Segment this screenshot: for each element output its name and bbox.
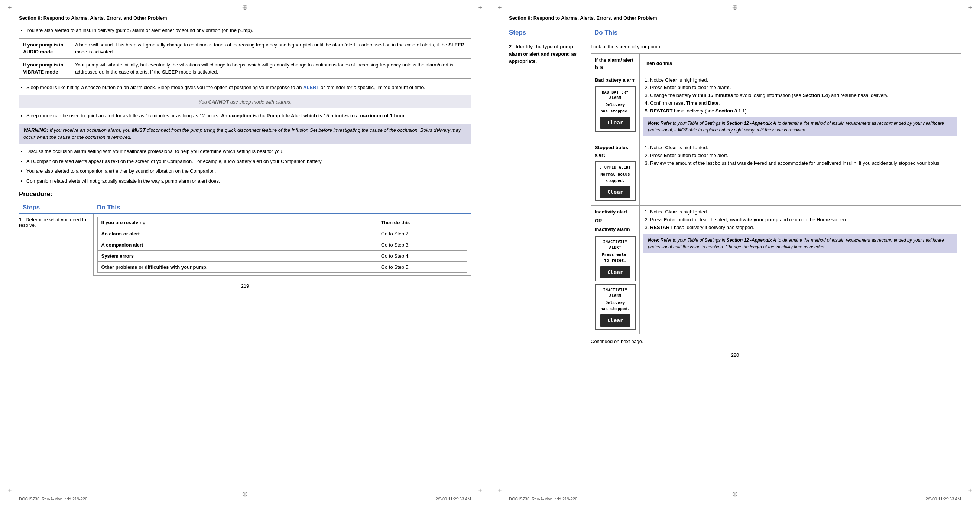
resolve-options-table: If you are resolving Then do this An ala… — [97, 217, 467, 273]
list-item: Press Enter button to clear the alert, r… — [650, 216, 957, 224]
table-row: If your pump is in AUDIO mode A beep wil… — [19, 38, 471, 58]
bad-battery-label: Bad battery alarm — [595, 76, 636, 84]
inactivity-alert-pump-screen: INACTIVITY ALERT Press enterto reset. Cl… — [595, 236, 636, 281]
cannot-note: You CANNOT use sleep mode with alarms. — [19, 95, 471, 109]
resolve-action: Go to Step 2. — [377, 228, 466, 240]
inactivity-note: Note: Refer to your Table of Settings in… — [643, 234, 957, 253]
corner-mark-tr-r: + — [968, 4, 972, 12]
corner-mark-tr: + — [478, 4, 482, 12]
inactivity-row: Inactivity alert OR Inactivity alarm INA… — [591, 206, 961, 334]
inactivity-steps-cell: Notice Clear is highlighted. Press Enter… — [640, 206, 961, 334]
alarm-header-2: Then do this — [640, 54, 961, 73]
list-item: Confirm or reset Time and Date. — [650, 100, 957, 107]
inactivity-alarm-clear-btn: Clear — [600, 314, 630, 327]
procedure-steps-table: Steps Do This 1. Determine what you need… — [19, 201, 471, 276]
list-item: Notice Clear is highlighted. — [650, 144, 957, 152]
resolve-action: Go to Step 4. — [377, 251, 466, 262]
page-number-right: 220 — [509, 352, 961, 358]
list-item: Notice Clear is highlighted. — [650, 76, 957, 84]
bad-battery-screen-container: BAD BATTERY ALARM Deliveryhas stopped. C… — [595, 87, 636, 132]
right-page: + + ⊕ Section 9: Respond to Alarms, Aler… — [490, 0, 980, 506]
right-dothis-col: Do This — [591, 27, 961, 39]
inner-header-2: Then do this — [377, 217, 466, 228]
stopped-bolus-screen-text: Normal bolusstopped. — [597, 171, 633, 184]
list-item: Change the battery within 15 minutes to … — [650, 92, 957, 100]
bad-battery-clear-btn: Clear — [600, 117, 630, 129]
sleep-mode-bullets: Sleep mode is like hitting a snooze butt… — [26, 84, 471, 92]
step-2-content: 2. Identify the type of pump alarm or al… — [509, 43, 961, 345]
stopped-bolus-pump-screen: STOPPED ALERT Normal bolusstopped. Clear — [595, 162, 636, 201]
footer-date-right: 2/9/09 11:29:53 AM — [926, 497, 961, 501]
right-steps-col: Steps — [509, 27, 591, 39]
corner-mark-bl-r: + — [498, 487, 502, 495]
bad-battery-steps-cell: Notice Clear is highlighted. Press Enter… — [640, 73, 961, 141]
step-2-label: 2. Identify the type of pump alarm or al… — [509, 43, 591, 65]
page-number-left: 219 — [19, 283, 471, 289]
stopped-bolus-alarm-cell: Stopped bolus alert STOPPED ALERT Normal… — [591, 141, 640, 206]
table-row: System errors Go to Step 4. — [97, 251, 467, 262]
stopped-bolus-steps-cell: Notice Clear is highlighted. Press Enter… — [640, 141, 961, 206]
inactivity-alarm-label: Inactivity alarm — [595, 226, 636, 233]
inactivity-alert-screen-label: INACTIVITY ALERT — [597, 239, 633, 250]
corner-mark-br: + — [478, 487, 482, 495]
inactivity-alert-screen-container: INACTIVITY ALERT Press enterto reset. Cl… — [595, 236, 636, 281]
crosshair-top: ⊕ — [242, 3, 248, 11]
inactivity-alert-clear-btn: Clear — [600, 266, 630, 278]
left-page: + + ⊕ Section 9: Respond to Alarms, Aler… — [0, 0, 490, 506]
do-this-col-header: Do This — [93, 201, 471, 214]
list-item: Press Enter button to clear the alarm. — [650, 84, 957, 92]
inactivity-or-label: OR — [595, 217, 636, 225]
inactivity-alert-screen-text: Press enterto reset. — [597, 252, 633, 264]
list-item: Notice Clear is highlighted. — [650, 208, 957, 216]
resolve-option: A companion alert — [97, 240, 377, 251]
footer-doc-right: DOC15736_Rev-A-Man.indd 219-220 — [509, 497, 577, 501]
stopped-bolus-label: Stopped bolus alert — [595, 144, 636, 159]
table-row: An alarm or alert Go to Step 2. — [97, 228, 467, 240]
step-2-intro: Look at the screen of your pump. — [591, 43, 961, 51]
step-1-row: 1. Determine what you need to resolve. I… — [19, 214, 471, 276]
footer-date-left: 2/9/09 11:29:53 AM — [436, 497, 471, 501]
alarm-table: If the alarm/ alert is a Then do this Ba… — [591, 54, 961, 334]
mode-label: If your pump is in AUDIO mode — [19, 38, 71, 58]
sleep-bullet-1: Sleep mode is like hitting a snooze butt… — [26, 84, 471, 92]
bad-battery-alarm-cell: Bad battery alarm BAD BATTERY ALARM Deli… — [591, 73, 640, 141]
alarm-header-1: If the alarm/ alert is a — [591, 54, 640, 73]
inactivity-alert-label: Inactivity alert — [595, 208, 636, 216]
resolve-option: System errors — [97, 251, 377, 262]
step-1-content: If you are resolving Then do this An ala… — [93, 214, 471, 276]
steps-col-header: Steps — [19, 201, 93, 214]
resolve-option: An alarm or alert — [97, 228, 377, 240]
discuss-bullet-3: You are also alerted to a companion aler… — [26, 167, 471, 175]
bad-battery-note: Note: Refer to your Table of Settings in… — [643, 117, 957, 136]
section-header-left: Section 9: Respond to Alarms, Alerts, Er… — [19, 15, 471, 21]
sleep-bullet-2-list: Sleep mode can be used to quiet an alert… — [26, 112, 471, 120]
corner-mark-bl: + — [8, 487, 12, 495]
resolve-action: Go to Step 3. — [377, 240, 466, 251]
inactivity-alarm-screen-label: INACTIVITY ALARM — [597, 287, 633, 298]
bad-battery-pump-screen: BAD BATTERY ALARM Deliveryhas stopped. C… — [595, 87, 636, 132]
crosshair-top-r: ⊕ — [732, 3, 738, 11]
list-item: RESTART basal delivery (see Section 3.1.… — [650, 107, 957, 115]
list-item: Review the amount of the last bolus that… — [650, 160, 957, 167]
mode-desc: Your pump will vibrate initially, but ev… — [71, 58, 471, 78]
step-2-do-this: Look at the screen of your pump. If the … — [591, 43, 961, 345]
corner-mark-br-r: + — [968, 487, 972, 495]
stopped-bolus-clear-btn: Clear — [600, 186, 630, 198]
stopped-bolus-row: Stopped bolus alert STOPPED ALERT Normal… — [591, 141, 961, 206]
stopped-bolus-screen-container: STOPPED ALERT Normal bolusstopped. Clear — [595, 162, 636, 201]
mode-desc: A beep will sound. This beep will gradua… — [71, 38, 471, 58]
crosshair-bottom: ⊕ — [242, 489, 248, 498]
warning-box: WARNING: If you receive an occlusion ala… — [19, 124, 471, 144]
step-1-label: 1. Determine what you need to resolve. — [19, 214, 93, 276]
right-steps-header: Steps Do This — [509, 27, 961, 40]
sleep-bullet-2: Sleep mode can be used to quiet an alert… — [26, 112, 471, 120]
footer-doc-left: DOC15736_Rev-A-Man.indd 219-220 — [19, 497, 87, 501]
inactivity-alarm-pump-screen: INACTIVITY ALARM Deliveryhas stopped. Cl… — [595, 284, 636, 330]
mode-label: If your pump is in VIBRATE mode — [19, 58, 71, 78]
inactivity-alarm-screen-text: Deliveryhas stopped. — [597, 300, 633, 312]
corner-mark-tl-r: + — [498, 4, 502, 12]
crosshair-bottom-r: ⊕ — [732, 489, 738, 498]
section-header-right: Section 9: Respond to Alarms, Alerts, Er… — [509, 15, 961, 21]
procedure-heading: Procedure: — [19, 190, 471, 198]
resolve-option: Other problems or difficulties with your… — [97, 262, 377, 273]
